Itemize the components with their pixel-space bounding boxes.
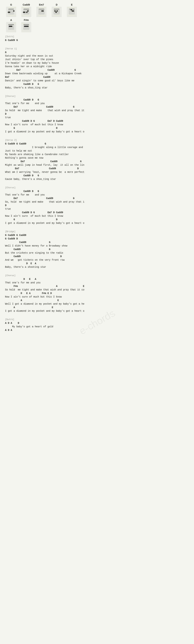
svg-point-30 <box>23 12 24 13</box>
lyric-line: true <box>5 116 79 119</box>
lyric-line: But the crickets are singing to the radi… <box>5 251 79 255</box>
chord-label: D <box>56 3 58 6</box>
section-label: [Chorus] <box>5 186 79 189</box>
spacer <box>5 90 79 92</box>
lyric-line: Now I ain't sure of much but this I know <box>5 214 79 218</box>
chord-line: Em7 Cadd9 <box>5 76 79 79</box>
lyric-line: Gonna take her on a midnight ride <box>5 65 79 68</box>
chord-label: E <box>71 3 73 6</box>
spacer <box>5 225 79 227</box>
svg-point-12 <box>13 10 15 12</box>
lyric-line: Now I ain't sure of much but this I know <box>5 295 79 299</box>
chord-diagram-em7: Em7 <box>35 3 48 17</box>
chord-line: D E A <box>5 262 79 265</box>
chord-diagram-d: D <box>51 3 63 17</box>
spacer <box>5 42 79 44</box>
chord-diagram-g: G <box>5 3 17 17</box>
chord-line: Em7 Cadd9 D <box>5 167 79 170</box>
chord-label: A <box>10 19 12 22</box>
lyric-line: Dancin' and singin' to some good ol' boy… <box>5 79 79 82</box>
chord-line: Cadd9 D G <box>5 174 79 178</box>
lyric-line: I got a diamond in my pocket and my baby… <box>5 222 79 225</box>
lyric-line: Just shinin' over top of the pines <box>5 58 79 61</box>
chord-label: Em7 <box>39 3 44 6</box>
spacer <box>5 269 79 271</box>
lyric-line: Down them backroads winding up at a Kick… <box>5 72 79 76</box>
song-content: [Intro]G Cadd9 G[Verse 1]GSaturday night… <box>5 35 79 332</box>
lyric-line: Baby, there's a shoo_ting star <box>5 86 79 90</box>
chord-diagrams-row2: AF#m <box>5 19 79 32</box>
lyric-line: Cause baby, there's a shoo_ting star <box>5 178 79 181</box>
chord-label: Cadd9 <box>23 3 30 6</box>
lyric-line: Just to help me out <box>5 149 79 153</box>
chord-diagrams-section: GCadd9Em7DE AF#m <box>5 3 79 32</box>
chord-line: Cadd9 D <box>5 255 79 258</box>
chord-line: G Cadd9 G Cadd9 G <box>5 142 79 146</box>
svg-point-14 <box>9 12 10 13</box>
svg-point-73 <box>72 10 73 12</box>
svg-point-57 <box>57 10 58 12</box>
lyric-line: My baby's got a heart of gold <box>5 325 79 328</box>
spacer <box>5 181 79 183</box>
section-label: [Chorus] <box>5 274 79 277</box>
chord-line: D <box>5 204 79 207</box>
section-label: [Verse 2] <box>5 139 79 142</box>
chord-line: D E A <box>5 278 79 281</box>
lyric-line: And we got tickets on the very front row <box>5 258 79 262</box>
section-label: [Intro] <box>5 35 79 38</box>
lyric-line: Might as well jump in head first, lay it… <box>5 163 79 167</box>
chord-line: A E D <box>5 299 79 302</box>
chord-diagram-cadd9: Cadd9 <box>20 3 32 17</box>
chord-line: G D Cadd9 <box>5 126 79 130</box>
chord-line: G <box>5 51 79 54</box>
chord-line: Cadd9 G <box>5 248 79 251</box>
chord-line: G Cadd9 D <box>5 237 79 240</box>
chord-line: A D A D <box>5 322 79 325</box>
lyric-line: So, hold me tight and make that wish and… <box>5 200 79 204</box>
chord-line: Cadd9 D G <box>5 98 79 102</box>
lyric-line: I brought along a little courage and a C… <box>5 146 79 149</box>
lyric-line: What am I worrying 'bout, never gonna be… <box>5 170 79 174</box>
chord-diagrams-row1: GCadd9Em7DE <box>5 3 79 17</box>
svg-point-59 <box>56 12 57 13</box>
svg-point-44 <box>41 10 43 12</box>
svg-point-27 <box>27 10 29 12</box>
lyric-line: So hold me tight and make that wish and … <box>5 288 79 292</box>
chord-line: A E D <box>5 306 79 309</box>
lyric-line: I got a diamond in my pocket and my baby… <box>5 130 79 134</box>
lyric-line: Baby, there's a shooting star <box>5 265 79 269</box>
lyric-line: I got a diamond in my pocket and my baby… <box>5 309 79 313</box>
chord-line: Em7 Cadd9 G <box>5 160 79 163</box>
lyric-line: Well I didn't have money for a Broadway … <box>5 244 79 248</box>
lyric-line: true <box>5 207 79 211</box>
chord-line: F#m A E <box>5 284 79 288</box>
lyric-line: Nothing's gonna save me now <box>5 156 79 160</box>
section-label: [Verse 1] <box>5 48 79 50</box>
chord-line: Em7 Cadd9 G <box>5 105 79 109</box>
chord-line: D <box>5 112 79 116</box>
svg-point-89 <box>9 26 10 27</box>
chord-label: F#m <box>24 19 29 22</box>
chord-line: Em7 Cadd9 G <box>5 197 79 200</box>
section-label: [Bridge] <box>5 230 79 233</box>
chord-line: Cadd9 D G Em7 D Cadd9 <box>5 119 79 123</box>
chord-line: Cadd9 D G Em7 D Cadd9 <box>5 211 79 214</box>
svg-point-74 <box>71 9 72 10</box>
chord-line: Cadd9 D G <box>5 190 79 193</box>
chord-label: G <box>10 3 12 6</box>
lyric-line: So hold me tight and make that wish and … <box>5 109 79 112</box>
chord-line: D E A F#m E D <box>5 292 79 295</box>
chord-line: Em7 Cadd9 G <box>5 68 79 72</box>
lyric-line: That one's for me and you <box>5 281 79 284</box>
lyric-line: Saturday night and the moon is out <box>5 54 79 58</box>
lyric-line: My hands are shaking like a Canebrake ra… <box>5 153 79 156</box>
lyric-line: Now I ain't sure of much but this I know <box>5 123 79 126</box>
chord-diagram-e: E <box>66 3 78 17</box>
svg-point-105 <box>24 26 25 27</box>
lyric-line: That one's for me and you <box>5 193 79 197</box>
lyric-line: That one's for me and you <box>5 102 79 105</box>
chord-line: Cadd9 G <box>5 240 79 244</box>
spacer <box>5 134 79 136</box>
spacer <box>5 313 79 315</box>
chord-diagram-a: A <box>5 19 17 32</box>
